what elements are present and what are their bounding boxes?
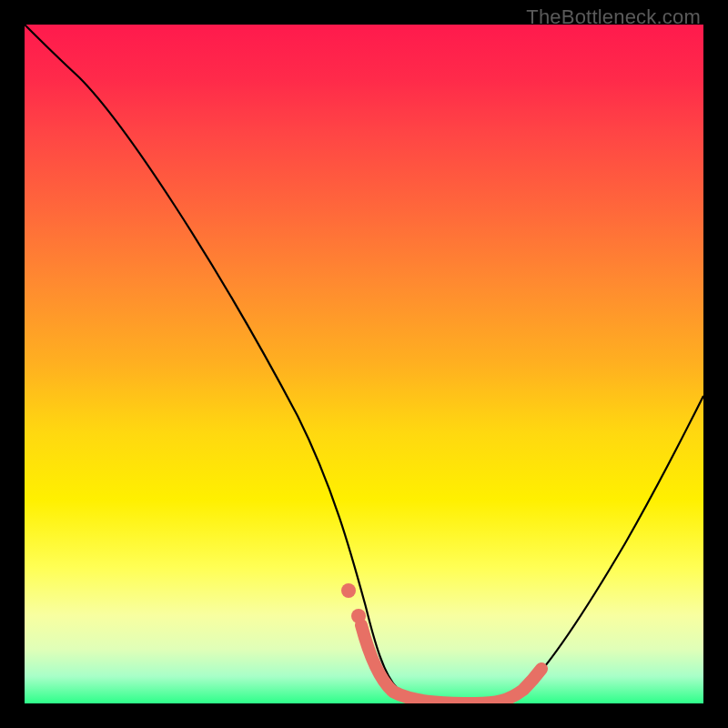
chart-stage: TheBottleneck.com: [0, 0, 728, 728]
highlight-dot-1: [341, 583, 356, 598]
watermark-text: TheBottleneck.com: [526, 5, 701, 29]
plot-area: [25, 25, 703, 703]
curve-layer: [25, 25, 703, 703]
primary-curve: [25, 25, 703, 703]
highlight-segment: [361, 625, 541, 703]
highlight-dot-2: [351, 609, 366, 623]
